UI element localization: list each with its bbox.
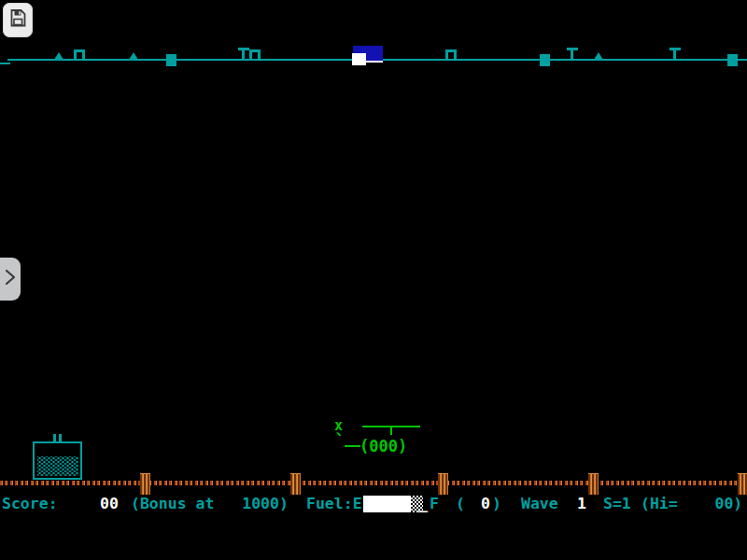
radar-icon-tee xyxy=(567,48,578,60)
fence-post xyxy=(140,473,150,495)
radar-icon-tee xyxy=(669,48,681,60)
ground-line xyxy=(0,481,747,485)
radar-player-marker xyxy=(352,53,366,65)
score-label: Score: xyxy=(2,495,58,512)
radar-terrain-line-left xyxy=(0,63,10,64)
fence-post xyxy=(738,473,747,495)
plane-sprite: x ` (000) xyxy=(331,418,420,457)
radar-icon-pi xyxy=(445,49,457,60)
counter-value: 0 xyxy=(481,495,490,512)
plane-strut xyxy=(390,427,392,435)
radar-icon-triangle xyxy=(594,52,603,60)
fence-post xyxy=(290,473,301,495)
plane-nose xyxy=(345,445,360,447)
bonus-text: (Bonus at 1000) xyxy=(131,495,289,512)
fuel-label: Fuel:E xyxy=(306,495,362,512)
save-button[interactable] xyxy=(3,3,33,37)
fence-post xyxy=(588,473,599,495)
tank-fill-pattern xyxy=(37,456,78,476)
wave-label: Wave xyxy=(521,495,558,512)
counter-close: ) xyxy=(492,495,501,512)
plane-tail: ` xyxy=(334,429,345,452)
radar-icon-square xyxy=(166,54,176,66)
wave-value: 1 xyxy=(577,495,586,512)
score-value: 00 xyxy=(100,495,119,512)
fuel-gauge-bar xyxy=(363,496,411,512)
fuel-tank-sprite xyxy=(33,434,84,480)
fence-post xyxy=(438,473,448,495)
status-bar: Score: 00 (Bonus at 1000) Fuel:E _ F ( 0… xyxy=(0,493,747,515)
radar-icon-square xyxy=(727,54,738,66)
radar-icon-triangle xyxy=(54,52,63,60)
hi-score-text: (Hi= 00) xyxy=(641,495,742,512)
radar-icon-pi xyxy=(74,49,85,60)
fuel-underscore: _ xyxy=(418,495,428,512)
radar-strip xyxy=(0,0,747,75)
floppy-icon xyxy=(9,8,27,32)
plane-body: (000) xyxy=(359,437,407,455)
radar-icon-pi xyxy=(249,49,261,60)
sound-label: S=1 xyxy=(603,495,631,512)
fuel-end-label: F xyxy=(430,495,439,512)
radar-icon-square xyxy=(540,54,550,66)
drawer-toggle[interactable] xyxy=(0,258,21,301)
radar-icon-triangle xyxy=(129,52,138,60)
chevron-right-icon xyxy=(3,265,21,293)
radar-icon-tee xyxy=(238,48,249,60)
counter-open: ( xyxy=(456,495,465,512)
